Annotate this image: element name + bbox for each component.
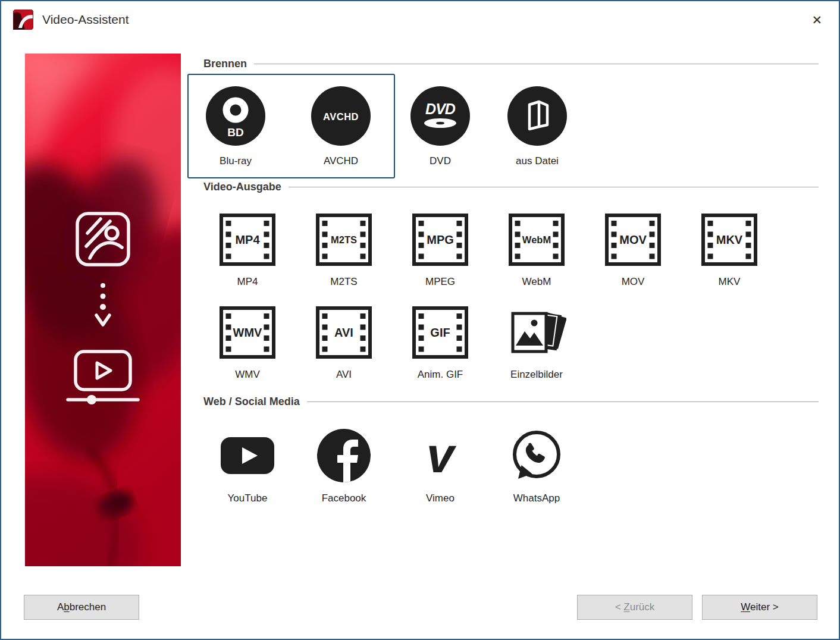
photo-media-icon [74, 211, 131, 268]
svg-text:MP4: MP4 [235, 233, 260, 246]
option-label: WhatsApp [501, 492, 572, 504]
option-label: MPEG [405, 276, 476, 288]
close-button[interactable]: ✕ [807, 11, 827, 29]
option-label: M2TS [308, 276, 380, 288]
button-accesskey: Z [623, 601, 629, 613]
back-button[interactable]: < Zurück [577, 595, 692, 620]
option-mkv[interactable]: MKV MKV [694, 214, 765, 288]
filmstrip-icon: MPG [412, 214, 468, 266]
filmstrip-icon: MP4 [220, 214, 275, 266]
option-youtube[interactable]: YouTube [212, 428, 283, 504]
option-label: MKV [694, 276, 765, 288]
arrow-down-dotted-icon [94, 282, 112, 332]
preview-panel [25, 54, 181, 566]
image-stack-icon [507, 306, 566, 359]
filmstrip-icon: GIF [412, 306, 468, 359]
button-text: brechen [70, 601, 106, 613]
titlebar: Video-Assistent ✕ [1, 1, 839, 38]
section-title: Brennen [203, 57, 247, 70]
section-divider [289, 187, 819, 187]
option-label: AVI [308, 369, 380, 381]
option-label: Vimeo [405, 492, 476, 504]
svg-text:DVD: DVD [425, 101, 456, 117]
option-webm[interactable]: WebM WebM [501, 214, 572, 288]
button-text: urück [630, 601, 655, 613]
button-accesskey: b [64, 601, 69, 613]
option-label: Einzelbilder [501, 369, 572, 381]
window-title: Video-Assistent [42, 12, 129, 27]
bluray-disc-icon: BD [206, 86, 265, 146]
svg-text:v: v [427, 428, 457, 483]
option-avchd[interactable]: AVCHD AVCHD [308, 86, 374, 167]
svg-text:GIF: GIF [430, 326, 450, 339]
next-button[interactable]: Weiter > [702, 595, 817, 620]
option-bluray[interactable]: BD Blu-ray [203, 86, 268, 167]
option-label: WebM [501, 276, 572, 288]
svg-text:M2TS: M2TS [331, 234, 357, 245]
svg-text:WebM: WebM [522, 234, 551, 245]
option-label: MP4 [212, 276, 283, 288]
svg-text:MKV: MKV [716, 233, 743, 246]
youtube-icon [220, 428, 275, 483]
button-accesskey: W [741, 601, 750, 613]
svg-text:MOV: MOV [619, 233, 647, 246]
option-aus-datei[interactable]: aus Datei [504, 86, 570, 167]
filmstrip-icon: WebM [509, 214, 565, 266]
option-label: MOV [597, 276, 669, 288]
section-title: Video-Ausgabe [203, 180, 281, 193]
section-video-ausgabe-heading: Video-Ausgabe [203, 180, 819, 193]
svg-text:AVI: AVI [334, 326, 353, 339]
avchd-disc-icon: AVCHD [311, 86, 371, 146]
option-mp4[interactable]: MP4 MP4 [212, 214, 283, 288]
filmstrip-icon: WMV [220, 306, 275, 359]
section-divider [307, 401, 819, 402]
option-label: WMV [212, 369, 283, 381]
option-label: Anim. GIF [405, 369, 476, 381]
option-mpeg[interactable]: MPG MPEG [405, 214, 476, 288]
preview-overlay [25, 54, 181, 566]
whatsapp-icon [509, 428, 564, 483]
svg-text:BD: BD [227, 126, 243, 139]
option-label: YouTube [212, 492, 283, 504]
option-mov[interactable]: MOV MOV [597, 214, 669, 288]
filmstrip-icon: AVI [316, 306, 372, 359]
option-label: DVD [408, 155, 473, 167]
svg-text:WMV: WMV [233, 326, 263, 339]
filmstrip-icon: MOV [605, 214, 661, 266]
section-web-social-heading: Web / Social Media [203, 395, 819, 408]
option-wmv[interactable]: WMV WMV [212, 306, 283, 381]
section-title: Web / Social Media [203, 395, 300, 408]
option-facebook[interactable]: Facebook [308, 428, 380, 504]
option-label: aus Datei [504, 155, 570, 167]
dvd-disc-icon: DVD [410, 86, 470, 146]
filmstrip-icon: M2TS [316, 214, 372, 266]
option-label: Blu-ray [203, 155, 268, 167]
video-assistant-dialog: Video-Assistent ✕ [0, 0, 840, 640]
section-brennen-heading: Brennen [203, 57, 819, 70]
filmstrip-icon: MKV [701, 214, 757, 266]
svg-text:MPG: MPG [427, 233, 454, 246]
option-label: Facebook [308, 492, 380, 504]
video-player-icon [64, 350, 142, 407]
cancel-button[interactable]: Abbrechen [24, 595, 139, 620]
option-label: AVCHD [308, 155, 374, 167]
option-vimeo[interactable]: v Vimeo [405, 428, 476, 504]
option-dvd[interactable]: DVD DVD [408, 86, 473, 167]
option-whatsapp[interactable]: WhatsApp [501, 428, 572, 504]
svg-text:AVCHD: AVCHD [323, 111, 359, 122]
option-anim-gif[interactable]: GIF Anim. GIF [405, 306, 476, 381]
option-m2ts[interactable]: M2TS M2TS [308, 214, 380, 288]
vimeo-icon: v [413, 428, 468, 483]
facebook-icon [316, 428, 371, 483]
disc-from-file-icon [507, 86, 567, 146]
option-avi[interactable]: AVI AVI [308, 306, 380, 381]
app-logo-icon [13, 10, 33, 30]
button-text: eiter > [750, 601, 779, 613]
option-einzelbilder[interactable]: Einzelbilder [501, 306, 572, 381]
button-text: A [57, 601, 64, 613]
button-text: < [615, 601, 624, 613]
section-divider [254, 64, 819, 64]
